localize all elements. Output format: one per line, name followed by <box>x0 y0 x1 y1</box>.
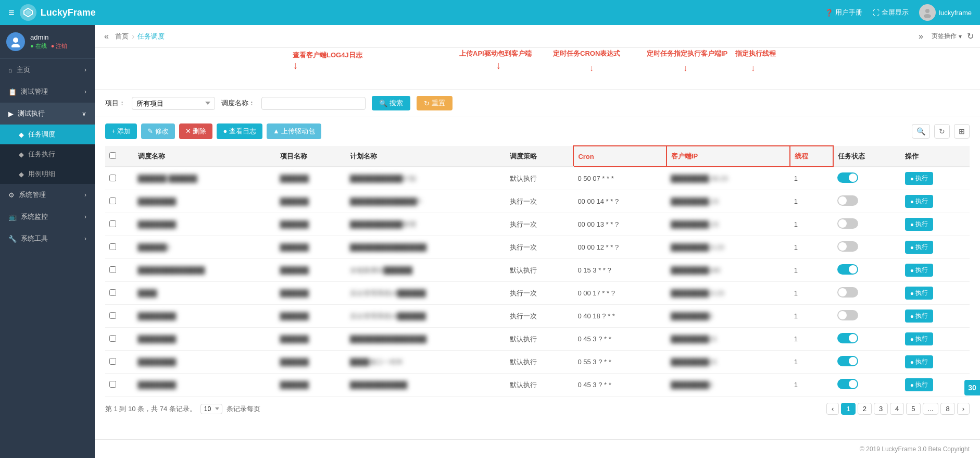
status-toggle[interactable] <box>837 379 858 389</box>
page-btn-3[interactable]: 3 <box>874 403 888 415</box>
sidebar-item-home[interactable]: ⌂ 主页 › <box>0 59 95 81</box>
sidebar-item-sys-tools[interactable]: 🔧 系统工具 › <box>0 228 95 250</box>
breadcrumb-forward-btn[interactable]: » <box>915 31 926 42</box>
status-toggle[interactable] <box>837 356 858 366</box>
cell-plan: 后台管理系统UI██████ <box>346 305 506 328</box>
cell-name: ████████ <box>134 213 276 236</box>
row-checkbox[interactable] <box>109 335 116 342</box>
exec-btn[interactable]: ● 执行 <box>905 378 933 391</box>
cell-name: ██████2 <box>134 236 276 259</box>
page-prev-btn[interactable]: ‹ <box>826 403 839 415</box>
row-checkbox[interactable] <box>109 312 116 319</box>
row-checkbox[interactable] <box>109 175 116 181</box>
add-btn[interactable]: + 添加 <box>105 123 137 139</box>
sidebar-item-use-case[interactable]: ◆ 用例明细 <box>0 164 95 184</box>
page-next-btn[interactable]: › <box>957 403 970 415</box>
sidebar-item-test-mgmt[interactable]: 📋 测试管理 › <box>0 81 95 103</box>
sidebar-item-test-exec[interactable]: ▶ 测试执行 ∨ <box>0 103 95 125</box>
cell-status <box>833 351 901 374</box>
table-row: ██████ ██████ ██████ ███████████计划 默认执行 … <box>105 167 970 190</box>
th-action: 操作 <box>901 146 970 167</box>
row-checkbox[interactable] <box>109 358 116 365</box>
exec-btn[interactable]: ● 执行 <box>905 172 933 185</box>
status-toggle[interactable] <box>837 264 858 275</box>
refresh-btn[interactable]: ↻ <box>967 31 974 41</box>
select-all-checkbox[interactable] <box>109 152 116 159</box>
search-btn[interactable]: 🔍 搜索 <box>372 96 410 110</box>
page-btn-4[interactable]: 4 <box>890 403 904 415</box>
page-btn-2[interactable]: 2 <box>858 403 872 415</box>
exec-btn[interactable]: ● 执行 <box>905 264 933 277</box>
table-toolbar: + 添加 ✎ 修改 ✕ 删除 ● 查看日志 ▲ 上传驱动包 🔍 ↻ ⊞ <box>105 123 970 139</box>
cell-status <box>833 190 901 213</box>
row-checkbox[interactable] <box>109 381 116 388</box>
cell-cron: 0 45 3 ? * * <box>573 328 667 351</box>
annotation-upload: 上传API驱动包到客户端 <box>459 49 532 58</box>
float-btn[interactable]: 30 <box>964 380 980 395</box>
cell-checkbox <box>105 167 134 190</box>
table-refresh-btn[interactable]: ↻ <box>934 124 950 139</box>
page-btn-1[interactable]: 1 <box>841 403 855 415</box>
status-toggle[interactable] <box>837 241 858 252</box>
table-row: ████████ ██████ ████████████ 默认执行 0 45 3… <box>105 374 970 397</box>
sidebar-item-task-schedule[interactable]: ◆ 任务调度 <box>0 125 95 144</box>
annotation-cron-arrow: ↓ <box>589 64 594 73</box>
upload-btn[interactable]: ▲ 上传驱动包 <box>267 123 321 139</box>
th-status: 任务状态 <box>833 146 901 167</box>
table-row: ████ ██████ 后台管理系统UI██████ 执行一次 0 00 17 … <box>105 282 970 305</box>
delete-btn[interactable]: ✕ 删除 <box>179 123 213 139</box>
cell-strategy: 执行一次 <box>506 213 573 236</box>
cell-strategy: 执行一次 <box>506 236 573 259</box>
row-checkbox[interactable] <box>109 289 116 296</box>
cell-strategy: 执行一次 <box>506 305 573 328</box>
hamburger-btn[interactable]: ≡ <box>8 7 15 19</box>
status-toggle[interactable] <box>837 333 858 343</box>
schedule-name-input[interactable] <box>261 97 366 110</box>
row-checkbox[interactable] <box>109 243 116 250</box>
fullscreen-icon: ⛶ <box>873 9 880 17</box>
row-checkbox[interactable] <box>109 197 116 204</box>
project-select[interactable]: 所有项目 <box>132 97 215 110</box>
view-log-btn[interactable]: ● 查看日志 <box>217 123 262 139</box>
top-nav-left: ≡ LuckyFrame <box>8 4 96 21</box>
reset-btn[interactable]: ↻ 重置 <box>417 96 453 110</box>
status-toggle[interactable] <box>837 172 858 183</box>
cell-client-ip: ████████3 <box>667 374 790 397</box>
page-btn-8[interactable]: 8 <box>940 403 954 415</box>
exec-btn[interactable]: ● 执行 <box>905 310 933 323</box>
status-toggle[interactable] <box>837 195 858 206</box>
exec-btn[interactable]: ● 执行 <box>905 218 933 231</box>
status-toggle[interactable] <box>837 310 858 320</box>
exec-btn[interactable]: ● 执行 <box>905 332 933 345</box>
sidebar-item-sys-monitor[interactable]: 📺 系统监控 › <box>0 206 95 228</box>
user-manual-link[interactable]: ❓ 用户手册 <box>825 8 862 17</box>
exec-btn[interactable]: ● 执行 <box>905 287 933 300</box>
status-toggle[interactable] <box>837 218 858 229</box>
exec-btn[interactable]: ● 执行 <box>905 241 933 254</box>
row-checkbox[interactable] <box>109 266 116 273</box>
edit-btn[interactable]: ✎ 修改 <box>141 123 175 139</box>
test-exec-icon: ▶ <box>8 110 14 118</box>
breadcrumb-back-btn[interactable]: « <box>101 31 112 42</box>
status-toggle[interactable] <box>837 287 858 298</box>
cell-plan: 全链路测试██████ <box>346 259 506 282</box>
sidebar-item-sys-mgmt[interactable]: ⚙ 系统管理 › <box>0 184 95 206</box>
cell-action: ● 执行 <box>901 236 970 259</box>
row-checkbox[interactable] <box>109 220 116 227</box>
exec-btn[interactable]: ● 执行 <box>905 355 933 368</box>
page-btn-5[interactable]: 5 <box>906 403 920 415</box>
app-logo: LuckyFrame <box>20 4 96 21</box>
svg-point-2 <box>925 9 929 13</box>
breadcrumb-home[interactable]: 首页 <box>115 32 129 41</box>
cell-plan: ████接口一对外 <box>346 351 506 374</box>
table-search-btn[interactable]: 🔍 <box>912 124 930 139</box>
user-profile[interactable]: luckyframe <box>919 4 972 21</box>
page-ops-btn[interactable]: 页签操作 ▾ <box>932 32 962 41</box>
logout-btn[interactable]: ● 注销 <box>51 42 68 50</box>
exec-btn[interactable]: ● 执行 <box>905 195 933 208</box>
table-columns-btn[interactable]: ⊞ <box>954 124 970 139</box>
pagination-info: 第 1 到 10 条，共 74 条记录。 10 20 50 条记录每页 <box>105 404 260 414</box>
page-size-select[interactable]: 10 20 50 <box>200 404 222 414</box>
fullscreen-link[interactable]: ⛶ 全屏显示 <box>873 8 909 17</box>
sidebar-item-task-run[interactable]: ◆ 任务执行 <box>0 144 95 164</box>
